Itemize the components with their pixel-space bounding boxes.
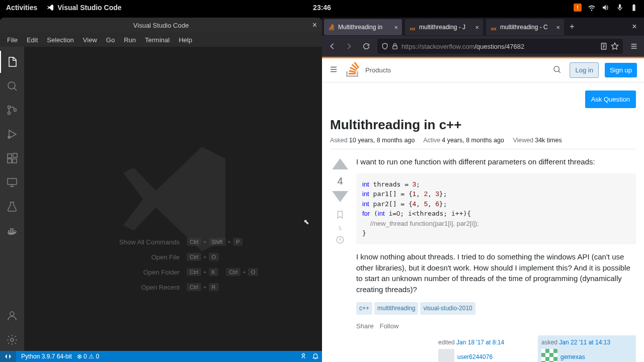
problems-status[interactable]: ⊗ 0 ⚠ 0: [77, 353, 99, 360]
tab-close-button[interactable]: ×: [475, 24, 479, 31]
menu-help[interactable]: Help: [175, 35, 196, 45]
so-logo[interactable]: [346, 62, 359, 79]
run-debug-icon[interactable]: [0, 123, 24, 145]
volume-icon[interactable]: [602, 4, 610, 12]
tag-list: c++ multithreading visual-studio-2010: [356, 302, 636, 315]
signup-button[interactable]: Sign up: [605, 63, 637, 77]
warning-tray-icon[interactable]: !: [574, 4, 582, 12]
browser-tab[interactable]: Multithreading in ×: [324, 19, 402, 35]
svg-point-11: [11, 338, 14, 341]
bookmark-button[interactable]: [336, 210, 345, 221]
avatar[interactable]: [541, 349, 557, 362]
browser-tab-strip: Multithreading in × multithreading - J ×…: [322, 18, 644, 36]
editor-area: ⬉ Show All Commands Ctrl+Shift+P Open Fi…: [24, 47, 322, 351]
mic-icon[interactable]: [616, 4, 624, 12]
testing-icon[interactable]: [0, 196, 24, 218]
new-tab-button[interactable]: +: [565, 22, 579, 31]
svg-rect-8: [13, 153, 17, 157]
reload-button[interactable]: [358, 38, 374, 54]
url-bar[interactable]: https://stackoverflow.com/questions/4768…: [377, 39, 623, 54]
app-menu-button[interactable]: [626, 38, 642, 54]
battery-icon[interactable]: [630, 4, 638, 12]
key: O: [248, 268, 259, 276]
activities-button[interactable]: Activities: [6, 4, 37, 12]
menu-run[interactable]: Run: [120, 35, 140, 45]
reader-mode-icon[interactable]: [600, 42, 608, 50]
avatar[interactable]: [438, 349, 454, 362]
menu-selection[interactable]: Selection: [43, 35, 77, 45]
remote-indicator[interactable]: [0, 351, 16, 362]
vscode-close-button[interactable]: ×: [312, 21, 317, 30]
question-meta: Asked10 years, 8 months ago Active4 year…: [330, 137, 636, 149]
feedback-icon[interactable]: [300, 352, 307, 361]
source-control-icon[interactable]: [0, 99, 24, 121]
key: Ctrl: [226, 268, 240, 276]
ask-time-link[interactable]: Jan 22 '11 at 14:13: [559, 339, 610, 346]
explorer-icon[interactable]: [0, 51, 24, 73]
menu-view[interactable]: View: [79, 35, 101, 45]
search-icon[interactable]: [0, 75, 24, 97]
vscode-icon: [46, 4, 54, 12]
url-text: https://stackoverflow.com/questions/4768…: [401, 43, 597, 50]
asker-name[interactable]: gemexas: [560, 353, 585, 361]
svg-point-1: [8, 106, 11, 109]
welcome-open-recent-label: Open Recent: [89, 284, 180, 291]
forward-button[interactable]: [341, 38, 357, 54]
tag[interactable]: visual-studio-2010: [420, 302, 475, 315]
downvote-button[interactable]: [331, 191, 349, 206]
menu-terminal[interactable]: Terminal: [141, 35, 174, 45]
key: P: [233, 238, 243, 246]
shield-icon: [381, 43, 388, 50]
window-close-button[interactable]: ×: [625, 22, 644, 31]
key: Ctrl: [187, 283, 201, 291]
status-bar: Python 3.9.7 64-bit ⊗ 0 ⚠ 0: [0, 351, 322, 362]
vscode-window: Visual Studio Code × File Edit Selection…: [0, 18, 322, 362]
extensions-icon[interactable]: [0, 147, 24, 169]
login-button[interactable]: Log in: [570, 62, 598, 78]
vote-column: 4 5: [330, 156, 350, 362]
timeline-button[interactable]: [336, 235, 345, 246]
docker-icon[interactable]: [0, 220, 24, 242]
edit-time-link[interactable]: Jan 18 '17 at 8:14: [456, 339, 504, 346]
svg-point-15: [554, 66, 559, 72]
python-status[interactable]: Python 3.9.7 64-bit: [21, 353, 72, 360]
notifications-icon[interactable]: [312, 352, 319, 361]
welcome-show-all-label: Show All Commands: [89, 238, 180, 246]
wifi-icon[interactable]: [588, 4, 596, 12]
ask-question-button[interactable]: Ask Question: [585, 90, 636, 108]
question-content: I want to run one function with differen…: [356, 156, 636, 362]
browser-tab[interactable]: multithreading - J ×: [405, 19, 483, 35]
products-link[interactable]: Products: [365, 66, 391, 74]
page-content[interactable]: Products Log in Sign up Ask Question Mul…: [322, 57, 644, 362]
key: O: [209, 253, 219, 261]
accounts-icon[interactable]: [0, 305, 24, 327]
tab-close-button[interactable]: ×: [394, 24, 398, 31]
tag[interactable]: multithreading: [374, 302, 418, 315]
menu-file[interactable]: File: [3, 35, 22, 45]
share-link[interactable]: Share: [356, 322, 374, 331]
bookmark-star-icon[interactable]: [611, 42, 619, 50]
browser-tab[interactable]: multithreading - C ×: [486, 19, 564, 35]
tab-label: multithreading - C: [500, 24, 553, 31]
key: R: [209, 283, 219, 291]
clock[interactable]: 23:46: [313, 4, 331, 12]
back-button[interactable]: [324, 38, 340, 54]
remote-explorer-icon[interactable]: [0, 171, 24, 194]
menu-go[interactable]: Go: [102, 35, 119, 45]
svg-rect-5: [8, 154, 12, 158]
settings-gear-icon[interactable]: [0, 329, 24, 351]
tag[interactable]: c++: [356, 302, 372, 315]
svg-point-12: [302, 353, 305, 356]
so-search-icon[interactable]: [552, 65, 564, 76]
svg-point-0: [8, 82, 15, 89]
follow-link[interactable]: Follow: [380, 322, 399, 331]
editor-name[interactable]: user6244076: [457, 353, 493, 361]
menu-edit[interactable]: Edit: [23, 35, 42, 45]
upvote-button[interactable]: [331, 156, 349, 171]
svg-rect-9: [8, 178, 17, 185]
vscode-titlebar[interactable]: Visual Studio Code ×: [0, 18, 322, 33]
code-block: int threads = 3; int par1[] = {1, 2, 3};…: [356, 173, 636, 244]
tab-close-button[interactable]: ×: [556, 24, 560, 31]
so-menu-button[interactable]: [329, 65, 340, 76]
active-app-indicator[interactable]: Visual Studio Code: [46, 4, 121, 12]
